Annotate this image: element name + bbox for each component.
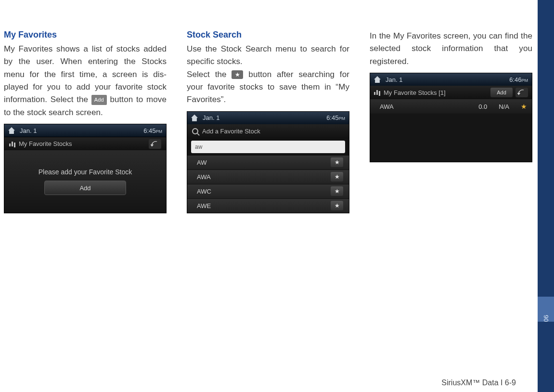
content-columns: My Favorites My Favorites shows a list o… — [0, 30, 526, 213]
search-icon — [192, 128, 198, 134]
search-title-row: Add a Favorite Stock — [187, 124, 349, 139]
stocks-icon — [9, 142, 16, 146]
result-row: AWA ★ — [187, 170, 349, 184]
date-label: Jan. 1 — [203, 114, 219, 121]
date-label: Jan. 1 — [20, 127, 37, 134]
result-symbol: AWC — [197, 188, 211, 195]
time-value: 6:46 — [509, 76, 521, 83]
chapter-number: 06 — [542, 306, 550, 322]
screenshot-body: AWA 0.0 N/A ★ — [370, 99, 532, 162]
add-button: Add — [490, 88, 513, 97]
result-row: AW ★ — [187, 155, 349, 170]
back-icon — [515, 88, 528, 97]
screenshot-topbar: Jan. 1 6:45PM — [187, 112, 349, 124]
date-label: Jan. 1 — [386, 76, 402, 83]
screenshot-subbar: My Favorite Stocks [1] Add — [370, 86, 532, 99]
star-icon: ★ — [331, 186, 343, 196]
time-label: 6:46PM — [509, 76, 528, 83]
screenshot-stock-search: Jan. 1 6:45PM Add a Favorite Stock aw AW… — [187, 111, 349, 213]
home-icon — [8, 127, 15, 134]
home-icon — [191, 115, 198, 121]
star-icon: ★ — [331, 201, 343, 210]
text-fragment: Select the — [187, 70, 232, 79]
paragraph-stock-search-1: Use the Stock Search menu to search for … — [187, 43, 349, 68]
time-label: 6:45PM — [326, 114, 345, 121]
stock-value: 0.0 — [478, 103, 487, 110]
ampm-label: PM — [522, 78, 528, 83]
time-value: 6:45 — [143, 127, 155, 134]
paragraph-favorites-result: In the My Favorites screen, you can find… — [370, 30, 532, 68]
add-button-inline: Add — [91, 95, 107, 105]
column-favorites-result: In the My Favorites screen, you can find… — [370, 30, 532, 213]
page-root: My Favorites My Favorites shows a list o… — [0, 0, 554, 392]
result-row: AWC ★ — [187, 184, 349, 198]
result-symbol: AW — [197, 159, 206, 166]
paragraph-stock-search-2: Select the ★ button after searching for … — [187, 68, 349, 106]
screenshot-topbar: Jan. 1 6:46PM — [370, 73, 532, 86]
star-icon: ★ — [521, 103, 527, 110]
page-footer: SiriusXM™ Data I 6-9 — [0, 379, 526, 387]
stocks-icon — [374, 90, 381, 95]
stock-na: N/A — [499, 103, 509, 110]
ampm-label: PM — [156, 129, 163, 134]
paragraph-my-favorites: My Favorites shows a list of stocks adde… — [4, 43, 167, 119]
subbar-left: My Favorite Stocks [1] — [374, 89, 446, 96]
screenshot-body: Add a Favorite Stock aw AW ★ AWA ★ AWC ★ — [187, 124, 349, 213]
back-icon — [149, 139, 161, 149]
time-label: 6:45PM — [143, 127, 162, 134]
column-my-favorites: My Favorites My Favorites shows a list o… — [4, 30, 167, 213]
star-icon: ★ — [331, 157, 343, 167]
star-icon: ★ — [331, 172, 343, 182]
screenshot-my-favorites-empty: Jan. 1 6:45PM My Favorite Stocks Pleas — [4, 124, 167, 213]
empty-message: Please add your Favorite Stock — [39, 168, 132, 176]
subbar-left: My Favorite Stocks — [9, 140, 72, 147]
heading-my-favorites: My Favorites — [4, 30, 167, 40]
time-value: 6:45 — [326, 114, 338, 121]
search-input: aw — [191, 141, 345, 153]
stock-symbol: AWA — [380, 103, 394, 110]
result-symbol: AWE — [197, 202, 211, 209]
screenshot-body: Please add your Favorite Stock Add — [4, 150, 166, 213]
ampm-label: PM — [339, 116, 346, 121]
side-tab — [538, 0, 554, 392]
screenshot-subbar: My Favorite Stocks — [4, 137, 166, 150]
home-icon — [374, 76, 381, 83]
result-row: AWE ★ — [187, 198, 349, 213]
column-stock-search: Stock Search Use the Stock Search menu t… — [187, 30, 349, 213]
add-button: Add — [44, 181, 126, 195]
favorite-stock-row: AWA 0.0 N/A ★ — [370, 99, 532, 114]
search-title: Add a Favorite Stock — [202, 128, 260, 135]
heading-stock-search: Stock Search — [187, 30, 349, 40]
side-tab-highlight: 06 — [538, 297, 554, 322]
star-button-inline: ★ — [232, 70, 243, 79]
stock-values: 0.0 N/A ★ — [478, 103, 527, 110]
subbar-right: Add — [490, 88, 528, 97]
result-symbol: AWA — [197, 173, 211, 181]
screenshot-my-favorites-populated: Jan. 1 6:46PM My Favorite Stocks [1] Add — [370, 73, 532, 162]
subbar-title: My Favorite Stocks — [19, 140, 72, 147]
subbar-title: My Favorite Stocks [1] — [384, 89, 446, 96]
screenshot-topbar: Jan. 1 6:45PM — [4, 124, 166, 137]
